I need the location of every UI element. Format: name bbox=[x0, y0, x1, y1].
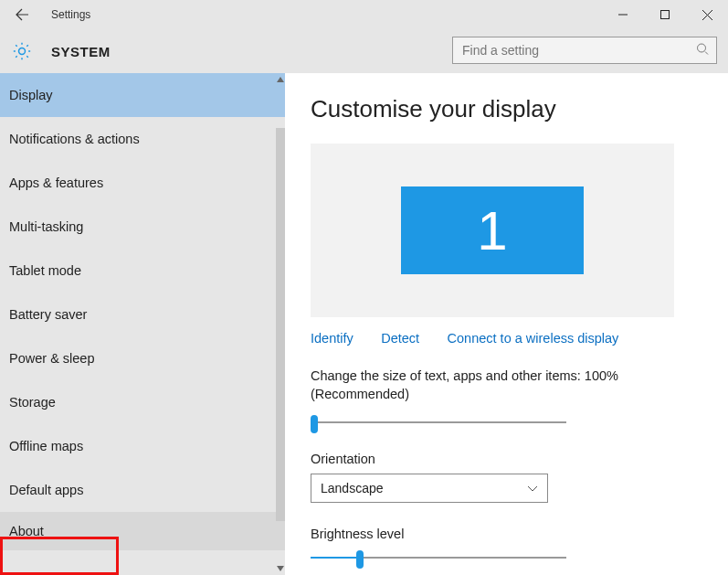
wireless-display-link[interactable]: Connect to a wireless display bbox=[448, 331, 619, 346]
sidebar-item-label: Power & sleep bbox=[9, 351, 95, 366]
sidebar-item-label: Storage bbox=[9, 395, 56, 410]
sidebar-item-power-sleep[interactable]: Power & sleep bbox=[0, 336, 285, 380]
maximize-icon bbox=[660, 10, 670, 19]
sidebar-item-default-apps[interactable]: Default apps bbox=[0, 468, 285, 512]
sidebar-item-apps-features[interactable]: Apps & features bbox=[0, 161, 285, 205]
sidebar-item-label: Offline maps bbox=[9, 439, 83, 453]
sidebar-item-label: Tablet mode bbox=[9, 263, 81, 278]
window-title: Settings bbox=[51, 8, 90, 21]
arrow-left-icon bbox=[15, 7, 29, 22]
close-icon bbox=[702, 10, 712, 20]
identify-link[interactable]: Identify bbox=[311, 331, 353, 346]
scrollbar-thumb[interactable] bbox=[276, 128, 285, 521]
sidebar-item-notifications[interactable]: Notifications & actions bbox=[0, 117, 285, 161]
header: SYSTEM Find a setting bbox=[0, 29, 728, 73]
search-icon bbox=[696, 43, 709, 59]
scale-slider[interactable] bbox=[311, 413, 566, 431]
detect-link[interactable]: Detect bbox=[381, 331, 419, 346]
orientation-label: Orientation bbox=[311, 452, 702, 466]
sidebar-item-label: Notifications & actions bbox=[9, 132, 140, 146]
monitor-number: 1 bbox=[477, 199, 507, 262]
sidebar-item-multitasking[interactable]: Multi-tasking bbox=[0, 205, 285, 249]
minimize-icon bbox=[618, 10, 628, 19]
scroll-down-arrow-icon bbox=[276, 564, 285, 573]
orientation-select[interactable]: Landscape bbox=[311, 474, 548, 503]
maximize-button[interactable] bbox=[644, 0, 686, 29]
page-title: Customise your display bbox=[311, 95, 702, 123]
sidebar-item-offline-maps[interactable]: Offline maps bbox=[0, 424, 285, 468]
search-input[interactable]: Find a setting bbox=[452, 37, 717, 64]
sidebar-item-label: Default apps bbox=[9, 483, 83, 497]
search-placeholder: Find a setting bbox=[462, 43, 539, 58]
page-header-title: SYSTEM bbox=[51, 44, 111, 59]
sidebar-item-label: About bbox=[9, 524, 44, 538]
sidebar: Display Notifications & actions Apps & f… bbox=[0, 73, 285, 575]
sidebar-item-display[interactable]: Display bbox=[0, 73, 285, 117]
svg-rect-0 bbox=[661, 11, 670, 19]
brightness-slider[interactable] bbox=[311, 548, 566, 567]
brightness-label: Brightness level bbox=[311, 527, 702, 541]
slider-fill bbox=[311, 557, 356, 559]
monitor-rect[interactable]: 1 bbox=[401, 186, 584, 274]
sidebar-item-label: Display bbox=[9, 88, 53, 102]
sidebar-item-battery-saver[interactable]: Battery saver bbox=[0, 293, 285, 336]
content-pane: Customise your display 1 Identify Detect… bbox=[285, 73, 728, 575]
window-controls bbox=[602, 0, 728, 29]
svg-point-1 bbox=[698, 44, 706, 52]
slider-thumb[interactable] bbox=[356, 550, 364, 569]
gear-icon bbox=[12, 41, 32, 61]
settings-gear[interactable] bbox=[9, 38, 35, 64]
sidebar-item-label: Battery saver bbox=[9, 307, 87, 322]
sidebar-scrollbar[interactable] bbox=[276, 73, 285, 575]
sidebar-item-label: Apps & features bbox=[9, 176, 103, 190]
body: Display Notifications & actions Apps & f… bbox=[0, 73, 728, 575]
sidebar-item-about[interactable]: About bbox=[0, 512, 285, 550]
back-button[interactable] bbox=[7, 0, 37, 29]
display-links-row: Identify Detect Connect to a wireless di… bbox=[311, 330, 702, 346]
chevron-down-icon bbox=[527, 481, 538, 495]
slider-track bbox=[311, 421, 566, 423]
slider-thumb[interactable] bbox=[311, 415, 318, 433]
sidebar-item-storage[interactable]: Storage bbox=[0, 380, 285, 424]
sidebar-item-label: Multi-tasking bbox=[9, 219, 83, 234]
close-button[interactable] bbox=[686, 0, 728, 29]
minimize-button[interactable] bbox=[602, 0, 644, 29]
scroll-up-arrow-icon bbox=[276, 75, 285, 84]
orientation-value: Landscape bbox=[321, 481, 384, 495]
display-preview[interactable]: 1 bbox=[311, 144, 674, 317]
sidebar-item-tablet-mode[interactable]: Tablet mode bbox=[0, 249, 285, 293]
titlebar: Settings bbox=[0, 0, 728, 29]
scale-text: Change the size of text, apps and other … bbox=[311, 367, 702, 404]
